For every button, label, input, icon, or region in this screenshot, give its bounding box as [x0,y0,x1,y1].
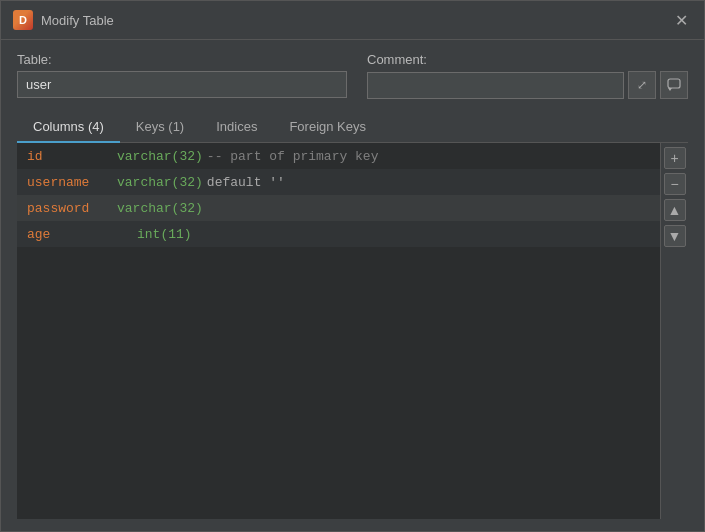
tabs-bar: Columns (4) Keys (1) Indices Foreign Key… [17,111,688,143]
tab-keys[interactable]: Keys (1) [120,112,200,143]
expand-button[interactable]: ⤢ [628,71,656,99]
comment-label: Comment: [367,52,688,67]
col-name-password: password [27,201,117,216]
comment-row: ⤢ [367,71,688,99]
comment-icon-button[interactable] [660,71,688,99]
table-area: id varchar(32) -- part of primary key us… [17,143,688,519]
table-field-group: Table: [17,52,347,98]
col-type-age: int(11) [137,227,192,242]
col-name-id: id [27,149,117,164]
table-input[interactable] [17,71,347,98]
app-icon: D [13,10,33,30]
modify-table-window: D Modify Table ✕ Table: Comment: ⤢ [0,0,705,532]
col-name-age: age [27,227,117,242]
titlebar: D Modify Table ✕ [1,1,704,40]
column-row-password[interactable]: password varchar(32) [17,195,688,221]
remove-column-button[interactable]: − [664,173,686,195]
col-name-username: username [27,175,117,190]
comment-input[interactable] [367,72,624,99]
col-extra-id: -- part of primary key [207,149,379,164]
tab-indices[interactable]: Indices [200,112,273,143]
titlebar-left: D Modify Table [13,10,114,30]
tab-columns[interactable]: Columns (4) [17,112,120,143]
column-row-username[interactable]: username varchar(32) default '' [17,169,688,195]
sidebar-buttons: + − ▲ ▼ [660,143,688,519]
close-button[interactable]: ✕ [670,9,692,31]
col-type-password: varchar(32) [117,201,203,216]
window-title: Modify Table [41,13,114,28]
move-down-button[interactable]: ▼ [664,225,686,247]
add-column-button[interactable]: + [664,147,686,169]
col-type-username: varchar(32) [117,175,203,190]
comment-bubble-icon [667,78,681,92]
col-type-id: varchar(32) [117,149,203,164]
svg-rect-0 [668,79,680,88]
tab-foreign-keys[interactable]: Foreign Keys [273,112,382,143]
form-row: Table: Comment: ⤢ [17,52,688,99]
column-row-age[interactable]: age int(11) [17,221,688,247]
main-content: Table: Comment: ⤢ Colum [1,40,704,531]
column-row-id[interactable]: id varchar(32) -- part of primary key [17,143,688,169]
columns-list: id varchar(32) -- part of primary key us… [17,143,688,247]
col-extra-username: default '' [207,175,285,190]
table-label: Table: [17,52,347,67]
move-up-button[interactable]: ▲ [664,199,686,221]
comment-field-group: Comment: ⤢ [367,52,688,99]
